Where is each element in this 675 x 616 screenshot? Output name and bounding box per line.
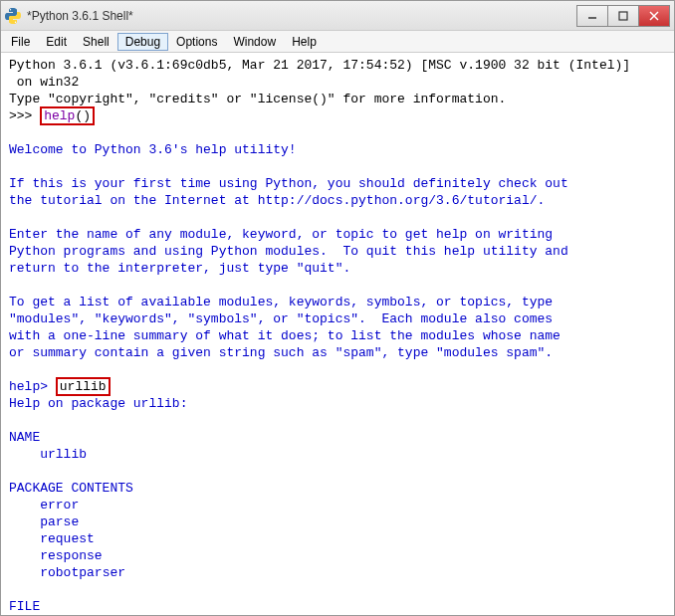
svg-point-0 [10, 9, 11, 10]
python-prompt: >>> [9, 108, 40, 123]
help-welcome: Welcome to Python 3.6's help utility! [9, 142, 297, 157]
svg-rect-3 [619, 12, 627, 20]
help-text: or summary contain a given string such a… [9, 345, 553, 360]
pkg-item: parse [9, 514, 79, 529]
window-controls [577, 5, 670, 27]
minimize-button[interactable] [576, 5, 608, 27]
menu-shell[interactable]: Shell [75, 33, 117, 51]
svg-point-1 [15, 21, 16, 22]
help-text: Enter the name of any module, keyword, o… [9, 227, 553, 242]
help-text: If this is your first time using Python,… [9, 176, 568, 191]
help-text: To get a list of available modules, keyw… [9, 295, 553, 309]
pkg-item: robotparser [9, 565, 125, 580]
menu-file[interactable]: File [3, 33, 38, 51]
python-icon [5, 8, 21, 24]
section-value: urllib [9, 447, 87, 462]
menu-help[interactable]: Help [284, 33, 325, 51]
section-header: PACKAGE CONTENTS [9, 481, 133, 496]
menu-edit[interactable]: Edit [38, 33, 75, 51]
help-text: Python programs and using Python modules… [9, 244, 568, 259]
section-header: NAME [9, 430, 40, 445]
pkg-item: request [9, 531, 95, 546]
help-paren: () [75, 108, 91, 123]
titlebar[interactable]: *Python 3.6.1 Shell* [1, 1, 674, 31]
menu-debug[interactable]: Debug [117, 33, 168, 51]
menu-window[interactable]: Window [225, 33, 284, 51]
close-button[interactable] [638, 5, 670, 27]
banner-line: Python 3.6.1 (v3.6.1:69c0db5, Mar 21 201… [9, 58, 630, 73]
highlight-box: help() [40, 106, 95, 125]
section-header: FILE [9, 599, 40, 614]
window-title: *Python 3.6.1 Shell* [27, 9, 577, 23]
help-call: help [44, 108, 75, 123]
pkg-item: error [9, 498, 79, 513]
help-prompt: help> [9, 379, 56, 394]
help-text: with a one-line summary of what it does;… [9, 328, 561, 343]
help-output: Help on package urllib: [9, 396, 187, 411]
menu-options[interactable]: Options [168, 33, 225, 51]
help-text: the tutorial on the Internet at http://d… [9, 193, 545, 208]
pkg-item: response [9, 548, 103, 563]
banner-line: on win32 [9, 75, 79, 90]
shell-content[interactable]: Python 3.6.1 (v3.6.1:69c0db5, Mar 21 201… [1, 53, 674, 615]
highlight-box: urllib [56, 377, 111, 396]
menubar: File Edit Shell Debug Options Window Hel… [1, 31, 674, 53]
banner-line: Type "copyright", "credits" or "license(… [9, 92, 506, 106]
help-text: return to the interpreter, just type "qu… [9, 261, 350, 276]
urllib-input: urllib [60, 379, 107, 394]
maximize-button[interactable] [607, 5, 639, 27]
help-text: "modules", "keywords", "symbols", or "to… [9, 311, 553, 326]
